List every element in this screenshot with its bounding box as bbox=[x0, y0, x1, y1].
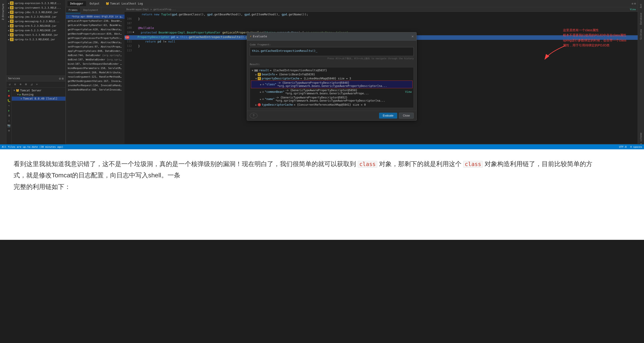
tab-tomcat-log[interactable]: 🐱 Tomcat Localhost Log bbox=[103, 1, 146, 6]
view-link-2[interactable]: View bbox=[405, 90, 412, 93]
frames-tab[interactable]: Frames bbox=[66, 7, 80, 13]
settings-icon[interactable]: ⚙ bbox=[59, 77, 61, 80]
frame-item[interactable]: getPropertyAccessorForPropertyPath:816, … bbox=[66, 36, 124, 40]
frame-item[interactable]: getPropertyValue:620, AbstractNestablePr… bbox=[66, 27, 124, 32]
file-item[interactable]: ▶ J spring-messaging-5.2.3.RELE... bbox=[6, 19, 66, 23]
debug-btn[interactable]: 🐛 bbox=[7, 98, 11, 103]
tree-expand-arrow: ▼ bbox=[14, 89, 15, 92]
help-button[interactable]: ? bbox=[250, 113, 258, 118]
frame-item[interactable]: setPropertyValues:97, AbstractPropertyAc… bbox=[66, 44, 124, 49]
settings2-btn[interactable]: ⚙ bbox=[7, 128, 11, 133]
database-vtab[interactable]: Database bbox=[638, 11, 643, 26]
jar-icon: J bbox=[10, 1, 14, 5]
file-name: spring-instrument-5.2.3.RELE... bbox=[14, 6, 61, 9]
frame-item[interactable]: invokeAndHandle:106, ServletInvocableHan… bbox=[66, 87, 124, 92]
step-btn[interactable]: ↷ bbox=[7, 103, 11, 108]
ant-vtab[interactable]: Ant bbox=[638, 2, 643, 10]
evaluate-button[interactable]: Evaluate bbox=[379, 113, 398, 119]
expand-arrow: ▶ bbox=[260, 98, 261, 100]
var-name: result bbox=[259, 69, 269, 72]
frame-item[interactable]: invokeForRequest:134, InvocableHandlerMe… bbox=[66, 83, 124, 87]
result-class-entry[interactable]: ▶ ≡ "class" -> {GenericTypeAwareProperty… bbox=[251, 80, 412, 88]
filter-btn[interactable]: ⊿ bbox=[29, 82, 34, 87]
result-pdc[interactable]: ▼ F propertyDescriptorCache = {LinkedHas… bbox=[251, 76, 412, 80]
frame-item[interactable]: resolveArgument:160, ModelAttributeMetho… bbox=[66, 70, 124, 75]
start-btn[interactable]: ▶ bbox=[7, 88, 11, 93]
frame-item[interactable]: applyPropertyValues:848, DataBinder {org… bbox=[66, 49, 124, 53]
collapse-btn[interactable]: ≡ bbox=[13, 82, 18, 87]
tomcat-instance-item[interactable]: ▶ Tomcat 8.0.49 [local] bbox=[12, 97, 66, 101]
frames-list: ✓ *http-apr-8080-exec-9*@3,016 in group … bbox=[66, 13, 124, 144]
evaluate-title-text: Evaluate bbox=[253, 35, 267, 38]
stop-btn[interactable]: ■ bbox=[7, 93, 11, 98]
deployment-tab[interactable]: Deployment bbox=[80, 7, 101, 13]
result-name-entry[interactable]: ▶ ≡ "name" -> {GenericTypeAwarePropertyD… bbox=[251, 95, 412, 103]
dialog-close-btn[interactable]: ✕ bbox=[412, 34, 414, 38]
jar-icon: J bbox=[10, 37, 14, 41]
add-btn[interactable]: + bbox=[34, 82, 40, 87]
refresh-btn[interactable]: ↺ bbox=[7, 82, 12, 87]
resume-btn[interactable]: ⏵ bbox=[7, 108, 11, 113]
frame-item[interactable]: doBind:197, WebDataBinder {org.springfra… bbox=[66, 57, 124, 62]
frame-item[interactable]: resolveArgument:121, HandlerMethodArgum.… bbox=[66, 75, 124, 79]
file-name: spring-test-5.2.3.RELEASE.jar bbox=[14, 33, 58, 36]
result-tdc[interactable]: ▶ ! typeDescriptorCache = {ConcurrentRef… bbox=[251, 103, 412, 107]
tab-debugger[interactable]: Debugger bbox=[68, 1, 86, 6]
expand-arrow: ▶ bbox=[8, 15, 10, 18]
file-item[interactable]: ▶ J spring-expression-5.2.3.RELE... bbox=[6, 1, 66, 5]
frame-item[interactable]: bindRequestParameters:158, ServletModelA… bbox=[66, 66, 124, 70]
structure-vtab[interactable]: Z:Structure bbox=[1, 2, 6, 22]
code-fragment-input[interactable]: this.getCachedIntrospectionResults()_ bbox=[250, 47, 414, 56]
expand-btn[interactable]: ⊕ bbox=[18, 82, 23, 87]
line-num: 111 bbox=[124, 40, 134, 43]
frame-item[interactable]: doBind:744, DataBinder {org.springframew… bbox=[66, 53, 124, 57]
file-item[interactable]: ▶ J spring-jdbc-5.2.3.RELEASE.jar bbox=[6, 10, 66, 14]
camera-btn[interactable]: 📷 bbox=[7, 123, 11, 128]
code-fragment-value: this.getCachedIntrospectionResults()_ bbox=[252, 49, 318, 52]
tab-output[interactable]: Output bbox=[87, 1, 102, 6]
settings-icon-2[interactable]: ⚙ bbox=[632, 2, 633, 5]
jar-icon: J bbox=[10, 24, 14, 27]
article-part-2: 对象，那剩下的就是利用这个 bbox=[379, 160, 462, 167]
running-item[interactable]: ▼ ▶ Running bbox=[12, 92, 66, 97]
pause-btn[interactable]: ⏸ bbox=[7, 113, 11, 118]
step-over-btn[interactable]: ↓ bbox=[7, 118, 11, 123]
breadcrumb-text: BeanWrapperImpl > getLocalProp... bbox=[126, 8, 176, 11]
view-link[interactable]: View bbox=[630, 8, 636, 11]
sciview-vtab[interactable]: SciView bbox=[638, 27, 643, 41]
debug-frames-panel: Frames Deployment ✓ *http-apr-8080-exec-… bbox=[66, 7, 124, 144]
file-item[interactable]: ▶ J spring-test-5.2.3.RELEASE.jar bbox=[6, 32, 66, 37]
frame-item[interactable]: setPropertyValue:256, AbstractNestablePr… bbox=[66, 40, 124, 44]
file-item[interactable]: ▶ J spring-tx-5.2.3.RELEASE.jar bbox=[6, 37, 66, 42]
result-label: Result: bbox=[250, 63, 414, 66]
dialog-header: ⚡ Evaluate ✕ bbox=[247, 32, 416, 40]
group-btn[interactable]: ⊞ bbox=[24, 82, 28, 87]
frame-item[interactable]: getNestedPropertyAccessor:839, AbstractN… bbox=[66, 32, 124, 36]
frame-item[interactable]: bind:107, ServletRequestDataBinder {org.… bbox=[66, 62, 124, 66]
main-editor-area: Debugger Output 🐱 Tomcat Localhost Log ⚙… bbox=[66, 0, 638, 149]
jar-icon: J bbox=[10, 28, 14, 32]
editor-debug-split: Frames Deployment ✓ *http-apr-8080-exec-… bbox=[66, 7, 638, 144]
evaluate-dialog: ⚡ Evaluate ✕ Code fragment: this.getCach… bbox=[247, 32, 417, 121]
file-item[interactable]: ▶ J spring-orm-5.2.3.RELEASE.jar bbox=[6, 23, 66, 28]
thread-item[interactable]: ✓ *http-apr-8080-exec-9*@3,016 in group … bbox=[66, 14, 124, 19]
result-root[interactable]: ▼ oo result = {CachedIntrospectionResult… bbox=[251, 68, 412, 72]
check-icon: ✓ bbox=[68, 15, 69, 18]
frame-item[interactable]: getLocalPropertyHandler:63, BeanWrapperI… bbox=[66, 23, 124, 27]
tomcat-server-item[interactable]: ▼ 🐱 Tomcat Server bbox=[12, 88, 66, 92]
close-button[interactable]: Close bbox=[399, 113, 414, 119]
file-item[interactable]: ▶ J spring-instrument-5.2.3.RELE... bbox=[6, 5, 66, 10]
frame-item[interactable]: getLocalPropertyHandler:230, BeanWrapper… bbox=[66, 19, 124, 23]
line-num: 107 bbox=[124, 22, 134, 25]
services-panel: Services ⚙ ⊞ ↺ ≡ ⊕ ⊞ ⊿ + ▶ ■ 🐛 bbox=[6, 76, 66, 150]
layout-icon[interactable]: ⊞ bbox=[62, 77, 64, 80]
result-commonbean-entry[interactable]: ▶ ≡ "commonBean" -> {GenericTypeAwarePro… bbox=[251, 88, 412, 95]
frame-item[interactable]: getMethodArgumentValues:167, InvocableHa… bbox=[66, 79, 124, 83]
result-bean-info[interactable]: ▶ F beanInfo = {GenericBeanInfo@5839} bbox=[251, 72, 412, 76]
var-name: propertyDescriptorCache bbox=[262, 77, 299, 80]
services-title: Services bbox=[8, 77, 20, 80]
file-item[interactable]: ▶ J spring-jms-5.2.3.RELEASE.jar bbox=[6, 14, 66, 19]
layout-icon-2[interactable]: ⊞ bbox=[634, 2, 636, 5]
expand-arrow: ▶ bbox=[8, 11, 10, 13]
file-item[interactable]: ▶ J spring-oxm-5.2.3.RELEASE.jar bbox=[6, 28, 66, 32]
